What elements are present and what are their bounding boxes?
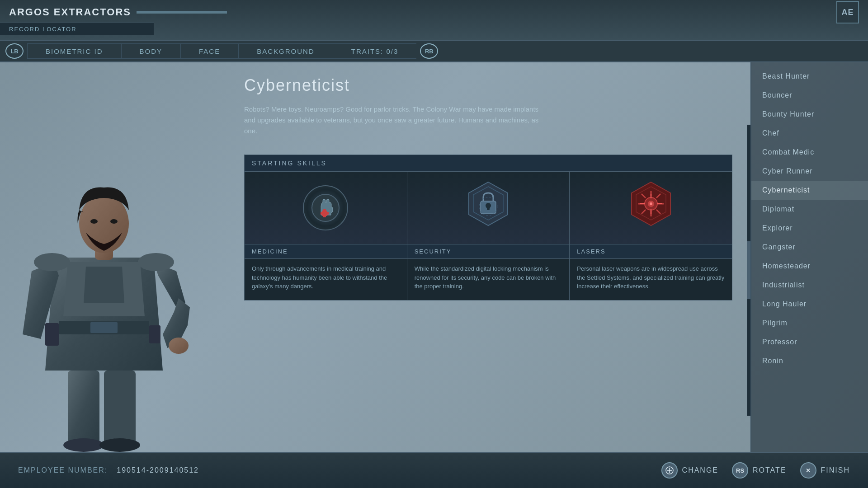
bg-list-item-homesteader[interactable]: Homesteader: [751, 257, 868, 276]
skill-card-lasers: LASERS Personal laser weapons are in wid…: [570, 172, 732, 300]
svg-rect-5: [90, 322, 118, 333]
bg-list-item-combat-medic[interactable]: Combat Medic: [751, 143, 868, 162]
header-top: ARGOS EXTRACTORS AE: [0, 0, 868, 23]
employee-label: EMPLOYEE NUMBER:: [18, 466, 108, 474]
tab-face[interactable]: FACE: [180, 43, 238, 59]
tab-traits[interactable]: TRAITS: 0/3: [333, 43, 417, 59]
lb-button[interactable]: LB: [5, 43, 24, 59]
change-action[interactable]: CHANGE: [661, 462, 718, 479]
header-title-bar: [137, 11, 227, 14]
tab-background[interactable]: BACKGROUND: [238, 43, 333, 59]
svg-rect-1: [104, 371, 136, 447]
finish-action[interactable]: ✕ FINISH: [800, 462, 850, 479]
security-icon: [463, 178, 513, 237]
skill-desc-lasers: Personal laser weapons are in widespread…: [570, 259, 732, 300]
svg-rect-13: [45, 323, 59, 346]
scroll-thumb[interactable]: [747, 241, 750, 300]
bg-list-item-beast-hunter[interactable]: Beast Hunter: [751, 67, 868, 86]
starting-skills-header: STARTING SKILLS: [244, 155, 732, 171]
tab-body[interactable]: BODY: [121, 43, 181, 59]
rotate-action[interactable]: RS ROTATE: [732, 462, 787, 479]
record-locator: RECORD LOCATOR: [0, 23, 154, 35]
bottom-bar: EMPLOYEE NUMBER: 190514-2009140512 CHANG…: [0, 452, 868, 488]
skill-desc-security: While the standardized digital locking m…: [407, 259, 570, 300]
svg-point-10: [110, 219, 118, 224]
bg-list-item-industrialist[interactable]: Industrialist: [751, 276, 868, 295]
svg-rect-14: [149, 325, 160, 343]
background-list: Beast HunterBouncerBounty HunterChefComb…: [750, 62, 868, 452]
skill-name-security: SECURITY: [407, 244, 570, 259]
background-description: Robots? Mere toys. Neuroamps? Good for p…: [244, 104, 552, 136]
header: ARGOS EXTRACTORS AE RECORD LOCATOR: [0, 0, 868, 41]
medicine-icon: [303, 185, 348, 230]
background-selected-title: Cyberneticist: [244, 76, 732, 95]
skill-icon-area-medicine: [245, 172, 407, 244]
employee-number: 190514-2009140512: [117, 466, 199, 474]
change-label: CHANGE: [682, 466, 718, 474]
employee-section: EMPLOYEE NUMBER: 190514-2009140512: [18, 466, 199, 474]
bg-list-item-cyber-runner[interactable]: Cyber Runner: [751, 162, 868, 181]
bg-list-item-chef[interactable]: Chef: [751, 124, 868, 143]
bg-list-item-explorer[interactable]: Explorer: [751, 219, 868, 238]
character-area: [0, 62, 217, 452]
skill-desc-medicine: Only through advancements in medical tra…: [245, 259, 407, 300]
svg-point-6: [169, 338, 189, 354]
svg-point-11: [34, 253, 70, 271]
main-content: Cyberneticist Robots? Mere toys. Neuroam…: [0, 62, 868, 452]
bottom-actions: CHANGE RS ROTATE ✕ FINISH: [661, 462, 850, 479]
rotate-label: ROTATE: [753, 466, 787, 474]
svg-point-12: [138, 253, 174, 271]
bg-list-item-pilgrim[interactable]: Pilgrim: [751, 314, 868, 333]
skill-name-medicine: MEDICINE: [245, 244, 407, 259]
bg-list-item-diplomat[interactable]: Diplomat: [751, 200, 868, 219]
bg-list-item-bounty-hunter[interactable]: Bounty Hunter: [751, 105, 868, 124]
header-title-area: ARGOS EXTRACTORS: [9, 6, 227, 18]
bg-list-item-cyberneticist[interactable]: Cyberneticist: [751, 181, 868, 200]
change-button[interactable]: [661, 462, 678, 479]
info-panel: Cyberneticist Robots? Mere toys. Neuroam…: [217, 62, 750, 452]
skill-name-lasers: LASERS: [570, 244, 732, 259]
finish-button[interactable]: ✕: [800, 462, 816, 479]
lasers-icon: [626, 178, 676, 237]
svg-point-2: [63, 438, 104, 452]
skill-card-security: SECURITY While the standardized digital …: [407, 172, 570, 300]
tab-biometric[interactable]: BIOMETRIC ID: [27, 43, 121, 59]
svg-rect-0: [68, 371, 99, 447]
bg-list-item-bouncer[interactable]: Bouncer: [751, 86, 868, 105]
bg-list-item-professor[interactable]: Professor: [751, 333, 868, 352]
skill-icon-area-lasers: [570, 172, 732, 244]
character-silhouette: [0, 145, 208, 452]
bg-list-item-ronin[interactable]: Ronin: [751, 352, 868, 371]
svg-point-3: [99, 438, 140, 452]
finish-label: FINISH: [821, 466, 850, 474]
ae-logo: AE: [836, 1, 859, 23]
skill-icon-area-security: [407, 172, 570, 244]
scroll-bar: [747, 125, 750, 416]
header-title: ARGOS EXTRACTORS: [9, 6, 131, 18]
rb-button[interactable]: RB: [420, 43, 438, 59]
nav-tabs: LB BIOMETRIC ID BODY FACE BACKGROUND TRA…: [0, 41, 868, 62]
svg-rect-23: [487, 206, 490, 210]
svg-point-9: [90, 219, 98, 224]
bg-list-item-long-hauler[interactable]: Long Hauler: [751, 295, 868, 314]
skill-card-medicine: MEDICINE Only through advancements in me…: [245, 172, 407, 300]
svg-rect-18: [321, 212, 329, 215]
svg-point-37: [650, 202, 652, 205]
bg-list-item-gangster[interactable]: Gangster: [751, 238, 868, 257]
rotate-button[interactable]: RS: [732, 462, 748, 479]
skills-grid: MEDICINE Only through advancements in me…: [244, 171, 732, 300]
